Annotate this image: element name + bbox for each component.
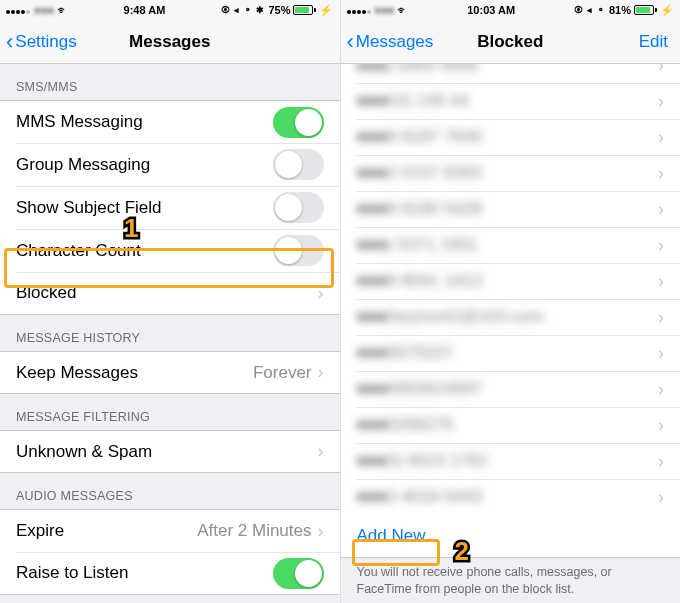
chevron-right-icon: ›	[658, 199, 664, 220]
chevron-right-icon: ›	[658, 127, 664, 148]
unknown-spam-row[interactable]: Unknown & Spam ›	[0, 430, 340, 473]
chevron-right-icon: ›	[658, 163, 664, 184]
status-bar: ■■■ ᯤ 9:48 AM ⦿ ◂ ⚬ ✱ 75% ⚡	[0, 0, 340, 20]
blocked-item[interactable]: ■■■9950824897›	[341, 371, 681, 407]
chevron-back-icon: ‹	[6, 31, 13, 53]
raise-listen-row[interactable]: Raise to Listen	[0, 552, 340, 595]
keep-messages-row[interactable]: Keep Messages Forever ›	[0, 351, 340, 394]
chevron-right-icon: ›	[658, 91, 664, 112]
chevron-back-icon: ‹	[347, 31, 354, 53]
blocked-item[interactable]: ■■■0298276›	[341, 407, 681, 443]
chevron-right-icon: ›	[318, 521, 324, 542]
add-new-button[interactable]: Add New...	[341, 515, 681, 558]
edit-button[interactable]: Edit	[639, 32, 668, 52]
blocked-item[interactable]: ■■■9 8190 5429›	[341, 191, 681, 227]
raise-listen-toggle[interactable]	[273, 558, 324, 589]
status-icons: ⦿ ◂ ⚬	[574, 5, 606, 15]
charging-icon: ⚡	[660, 4, 674, 17]
subject-toggle[interactable]	[273, 192, 324, 223]
charging-icon: ⚡	[319, 4, 333, 17]
clock: 9:48 AM	[124, 4, 166, 16]
section-header-audio: AUDIO MESSAGES	[0, 473, 340, 509]
chevron-right-icon: ›	[658, 451, 664, 472]
signal-icon	[6, 4, 31, 16]
chevron-right-icon: ›	[658, 271, 664, 292]
clock: 10:03 AM	[467, 4, 515, 16]
blocked-item[interactable]: ■■■) 6900 4906›	[341, 64, 681, 83]
group-messaging-row[interactable]: Group Messaging	[0, 143, 340, 186]
status-icons: ⦿ ◂ ⚬ ✱	[221, 5, 266, 15]
nav-bar: ‹ Messages Blocked Edit	[341, 20, 681, 64]
battery-pct: 75%	[268, 4, 290, 16]
character-count-row[interactable]: Character Count	[0, 229, 340, 272]
chevron-right-icon: ›	[318, 362, 324, 383]
section-header-history: MESSAGE HISTORY	[0, 315, 340, 351]
wifi-icon: ᯤ	[57, 4, 68, 16]
chevron-right-icon: ›	[658, 487, 664, 508]
mms-toggle[interactable]	[273, 107, 324, 138]
signal-icon	[347, 4, 372, 16]
section-header-sms: SMS/MMS	[0, 64, 340, 100]
settings-scroll[interactable]: SMS/MMS MMS Messaging Group Messaging Sh…	[0, 64, 340, 603]
chevron-right-icon: ›	[318, 441, 324, 462]
page-title: Blocked	[477, 32, 543, 52]
status-bar: ■■■ ᯤ 10:03 AM ⦿ ◂ ⚬ 81% ⚡	[341, 0, 681, 20]
blocked-item[interactable]: ■■■3) 6623 1782›	[341, 443, 681, 479]
blocked-item[interactable]: ■■■3 4019 6443›	[341, 479, 681, 515]
mms-messaging-row[interactable]: MMS Messaging	[0, 100, 340, 143]
back-button[interactable]: ‹ Settings	[6, 31, 77, 53]
blocked-scroll[interactable]: ■■■) 6900 4906›■■■52) 136 44›■■■9 8187 7…	[341, 64, 681, 603]
wifi-icon: ᯤ	[397, 4, 408, 16]
chevron-right-icon: ›	[318, 283, 324, 304]
blocked-footer-note: You will not receive phone calls, messag…	[341, 558, 681, 603]
battery-icon	[634, 5, 657, 15]
battery-icon	[293, 5, 316, 15]
battery-pct: 81%	[609, 4, 631, 16]
show-subject-row[interactable]: Show Subject Field	[0, 186, 340, 229]
audio-footer-note: Raise to Listen allows you to quickly li…	[0, 595, 340, 603]
chevron-right-icon: ›	[658, 343, 664, 364]
blocked-item[interactable]: ■■■2 0157 9383›	[341, 155, 681, 191]
blocked-item[interactable]: ■■■52) 136 44›	[341, 83, 681, 119]
page-title: Messages	[129, 32, 210, 52]
blocked-item[interactable]: ■■■3wylvw42@163.com›	[341, 299, 681, 335]
blocked-item[interactable]: ■■■8570107›	[341, 335, 681, 371]
group-msg-toggle[interactable]	[273, 149, 324, 180]
nav-bar: ‹ Settings Messages	[0, 20, 340, 64]
chevron-right-icon: ›	[658, 307, 664, 328]
chevron-right-icon: ›	[658, 379, 664, 400]
charcount-toggle[interactable]	[273, 235, 324, 266]
blocked-item[interactable]: ■■■) 5371 1951›	[341, 227, 681, 263]
chevron-right-icon: ›	[658, 235, 664, 256]
messages-settings-screen: ■■■ ᯤ 9:48 AM ⦿ ◂ ⚬ ✱ 75% ⚡ ‹ Settings M…	[0, 0, 341, 603]
expire-row[interactable]: Expire After 2 Minutes ›	[0, 509, 340, 552]
blocked-item[interactable]: ■■■9 8041 1413›	[341, 263, 681, 299]
back-button[interactable]: ‹ Messages	[347, 31, 434, 53]
blocked-row[interactable]: Blocked ›	[0, 272, 340, 315]
blocked-list-screen: ■■■ ᯤ 10:03 AM ⦿ ◂ ⚬ 81% ⚡ ‹ Messages Bl…	[341, 0, 681, 603]
chevron-right-icon: ›	[658, 415, 664, 436]
chevron-right-icon: ›	[658, 64, 664, 76]
blocked-item[interactable]: ■■■9 8187 7640›	[341, 119, 681, 155]
section-header-filter: MESSAGE FILTERING	[0, 394, 340, 430]
